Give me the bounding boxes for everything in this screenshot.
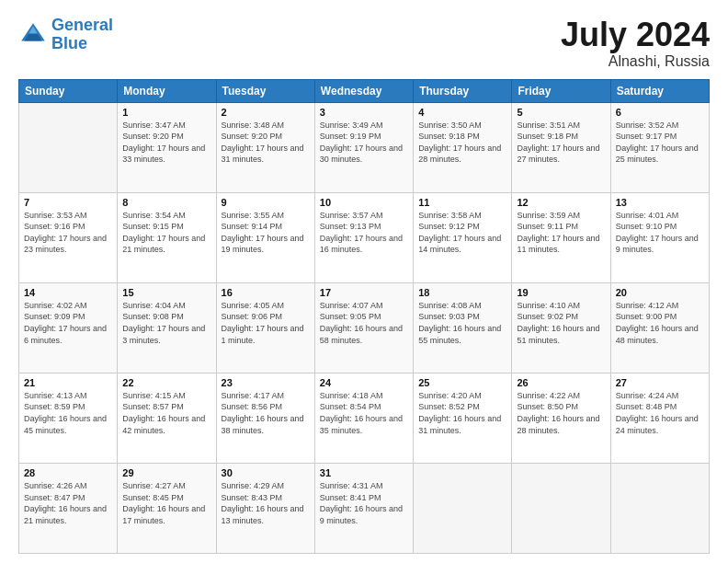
calendar-cell: 22Sunrise: 4:15 AMSunset: 8:57 PMDayligh… <box>118 373 216 463</box>
day-info: Sunrise: 3:47 AMSunset: 9:20 PMDaylight:… <box>122 120 210 166</box>
day-info: Sunrise: 4:22 AMSunset: 8:50 PMDaylight:… <box>517 390 605 436</box>
calendar-cell: 19Sunrise: 4:10 AMSunset: 9:02 PMDayligh… <box>512 282 610 373</box>
calendar-cell: 11Sunrise: 3:58 AMSunset: 9:12 PMDayligh… <box>414 192 512 282</box>
calendar-cell: 3Sunrise: 3:49 AMSunset: 9:19 PMDaylight… <box>314 102 413 192</box>
day-number: 30 <box>222 467 310 478</box>
day-of-week-header: Sunday <box>19 79 118 102</box>
day-number: 25 <box>418 377 506 388</box>
calendar-cell: 5Sunrise: 3:51 AMSunset: 9:18 PMDaylight… <box>512 102 610 192</box>
month-year: July 2024 <box>561 17 710 53</box>
day-number: 12 <box>517 197 605 208</box>
day-number: 22 <box>122 377 210 388</box>
day-info: Sunrise: 3:53 AMSunset: 9:16 PMDaylight:… <box>24 210 112 256</box>
day-number: 28 <box>24 467 112 478</box>
logo-line2: Blue <box>51 34 87 52</box>
calendar-cell: 27Sunrise: 4:24 AMSunset: 8:48 PMDayligh… <box>610 373 709 463</box>
day-info: Sunrise: 4:24 AMSunset: 8:48 PMDaylight:… <box>616 390 704 436</box>
calendar-cell: 24Sunrise: 4:18 AMSunset: 8:54 PMDayligh… <box>314 373 413 463</box>
day-info: Sunrise: 4:02 AMSunset: 9:09 PMDaylight:… <box>24 300 112 346</box>
calendar-cell: 20Sunrise: 4:12 AMSunset: 9:00 PMDayligh… <box>610 282 709 373</box>
day-number: 9 <box>222 197 310 208</box>
day-info: Sunrise: 3:49 AMSunset: 9:19 PMDaylight:… <box>320 120 408 166</box>
calendar-cell: 16Sunrise: 4:05 AMSunset: 9:06 PMDayligh… <box>216 282 314 373</box>
day-number: 16 <box>222 287 310 298</box>
day-number: 3 <box>320 107 408 118</box>
day-of-week-header: Wednesday <box>314 79 413 102</box>
day-info: Sunrise: 3:50 AMSunset: 9:18 PMDaylight:… <box>418 120 506 166</box>
day-number: 13 <box>616 197 704 208</box>
day-number: 24 <box>320 377 408 388</box>
calendar-cell: 17Sunrise: 4:07 AMSunset: 9:05 PMDayligh… <box>314 282 413 373</box>
day-of-week-header: Thursday <box>414 79 512 102</box>
day-of-week-header: Friday <box>512 79 610 102</box>
calendar-cell: 28Sunrise: 4:26 AMSunset: 8:47 PMDayligh… <box>19 463 118 553</box>
day-number: 2 <box>222 107 310 118</box>
day-number: 27 <box>616 377 704 388</box>
title-block: July 2024 Alnashi, Russia <box>561 17 710 70</box>
calendar-cell: 2Sunrise: 3:48 AMSunset: 9:20 PMDaylight… <box>216 102 314 192</box>
day-number: 1 <box>122 107 210 118</box>
calendar-cell: 10Sunrise: 3:57 AMSunset: 9:13 PMDayligh… <box>314 192 413 282</box>
calendar-table: SundayMondayTuesdayWednesdayThursdayFrid… <box>18 79 710 554</box>
calendar-cell: 1Sunrise: 3:47 AMSunset: 9:20 PMDaylight… <box>118 102 216 192</box>
day-info: Sunrise: 4:29 AMSunset: 8:43 PMDaylight:… <box>222 480 310 526</box>
calendar-cell: 21Sunrise: 4:13 AMSunset: 8:59 PMDayligh… <box>19 373 118 463</box>
logo-icon <box>18 20 48 50</box>
calendar-cell: 4Sunrise: 3:50 AMSunset: 9:18 PMDaylight… <box>414 102 512 192</box>
day-info: Sunrise: 3:48 AMSunset: 9:20 PMDaylight:… <box>222 120 310 166</box>
day-info: Sunrise: 4:08 AMSunset: 9:03 PMDaylight:… <box>418 300 506 346</box>
day-info: Sunrise: 4:18 AMSunset: 8:54 PMDaylight:… <box>320 390 408 436</box>
day-info: Sunrise: 4:01 AMSunset: 9:10 PMDaylight:… <box>616 210 704 256</box>
day-info: Sunrise: 4:07 AMSunset: 9:05 PMDaylight:… <box>320 300 408 346</box>
day-info: Sunrise: 3:58 AMSunset: 9:12 PMDaylight:… <box>418 210 506 256</box>
day-number: 18 <box>418 287 506 298</box>
day-info: Sunrise: 4:13 AMSunset: 8:59 PMDaylight:… <box>24 390 112 436</box>
day-number: 14 <box>24 287 112 298</box>
calendar-cell: 12Sunrise: 3:59 AMSunset: 9:11 PMDayligh… <box>512 192 610 282</box>
day-info: Sunrise: 4:26 AMSunset: 8:47 PMDaylight:… <box>24 480 112 526</box>
calendar-cell: 9Sunrise: 3:55 AMSunset: 9:14 PMDaylight… <box>216 192 314 282</box>
day-number: 11 <box>418 197 506 208</box>
day-of-week-header: Saturday <box>610 79 709 102</box>
day-number: 4 <box>418 107 506 118</box>
day-info: Sunrise: 4:20 AMSunset: 8:52 PMDaylight:… <box>418 390 506 436</box>
calendar-cell: 15Sunrise: 4:04 AMSunset: 9:08 PMDayligh… <box>118 282 216 373</box>
calendar-cell: 8Sunrise: 3:54 AMSunset: 9:15 PMDaylight… <box>118 192 216 282</box>
day-number: 21 <box>24 377 112 388</box>
logo-line1: General <box>51 16 113 34</box>
calendar-cell: 26Sunrise: 4:22 AMSunset: 8:50 PMDayligh… <box>512 373 610 463</box>
calendar-cell: 6Sunrise: 3:52 AMSunset: 9:17 PMDaylight… <box>610 102 709 192</box>
day-number: 19 <box>517 287 605 298</box>
calendar-cell: 18Sunrise: 4:08 AMSunset: 9:03 PMDayligh… <box>414 282 512 373</box>
day-number: 8 <box>122 197 210 208</box>
day-info: Sunrise: 4:17 AMSunset: 8:56 PMDaylight:… <box>222 390 310 436</box>
day-number: 10 <box>320 197 408 208</box>
day-number: 26 <box>517 377 605 388</box>
calendar-cell: 13Sunrise: 4:01 AMSunset: 9:10 PMDayligh… <box>610 192 709 282</box>
calendar-cell: 7Sunrise: 3:53 AMSunset: 9:16 PMDaylight… <box>19 192 118 282</box>
day-info: Sunrise: 4:31 AMSunset: 8:41 PMDaylight:… <box>320 480 408 526</box>
calendar-cell <box>19 102 118 192</box>
calendar-cell: 25Sunrise: 4:20 AMSunset: 8:52 PMDayligh… <box>414 373 512 463</box>
day-of-week-header: Tuesday <box>216 79 314 102</box>
day-info: Sunrise: 4:15 AMSunset: 8:57 PMDaylight:… <box>122 390 210 436</box>
day-info: Sunrise: 4:04 AMSunset: 9:08 PMDaylight:… <box>122 300 210 346</box>
logo: General Blue <box>18 17 113 53</box>
day-info: Sunrise: 3:59 AMSunset: 9:11 PMDaylight:… <box>517 210 605 256</box>
calendar-cell: 29Sunrise: 4:27 AMSunset: 8:45 PMDayligh… <box>118 463 216 553</box>
calendar-cell: 23Sunrise: 4:17 AMSunset: 8:56 PMDayligh… <box>216 373 314 463</box>
day-info: Sunrise: 3:55 AMSunset: 9:14 PMDaylight:… <box>222 210 310 256</box>
day-info: Sunrise: 3:51 AMSunset: 9:18 PMDaylight:… <box>517 120 605 166</box>
day-number: 31 <box>320 467 408 478</box>
day-info: Sunrise: 3:52 AMSunset: 9:17 PMDaylight:… <box>616 120 704 166</box>
calendar-cell <box>610 463 709 553</box>
day-info: Sunrise: 4:12 AMSunset: 9:00 PMDaylight:… <box>616 300 704 346</box>
day-number: 29 <box>122 467 210 478</box>
day-info: Sunrise: 4:10 AMSunset: 9:02 PMDaylight:… <box>517 300 605 346</box>
header: General Blue July 2024 Alnashi, Russia <box>18 17 710 70</box>
location: Alnashi, Russia <box>561 53 710 70</box>
calendar-cell: 14Sunrise: 4:02 AMSunset: 9:09 PMDayligh… <box>19 282 118 373</box>
day-info: Sunrise: 3:57 AMSunset: 9:13 PMDaylight:… <box>320 210 408 256</box>
day-number: 23 <box>222 377 310 388</box>
day-number: 6 <box>616 107 704 118</box>
